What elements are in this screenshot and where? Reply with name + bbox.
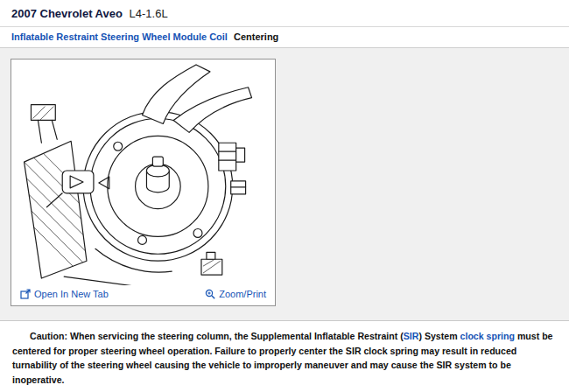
coil-wire-lead <box>173 88 251 133</box>
caution-paragraph: Caution: When servicing the steering col… <box>0 321 569 392</box>
clockspring-diagram <box>11 60 273 285</box>
breadcrumb-current: Centering <box>234 32 278 42</box>
magnifier-icon <box>205 289 215 299</box>
housing-edge <box>64 276 140 285</box>
column-housing <box>25 141 87 278</box>
clock-spring-link[interactable]: clock spring <box>460 331 515 341</box>
module-coil-link[interactable]: Inflatable Restraint Steering Wheel Modu… <box>11 32 228 42</box>
connector-bottom-tab <box>207 252 215 259</box>
figure-actions: Open In New Tab Zoom/Print <box>11 285 275 305</box>
open-in-new-tab-link[interactable]: Open In New Tab <box>20 289 109 299</box>
content-area: Open In New Tab Zoom/Print <box>0 48 569 320</box>
screw-head <box>114 142 123 150</box>
open-in-new-tab-icon <box>20 289 31 299</box>
connector-upper-tab <box>236 148 245 162</box>
caution-text: When servicing the steering column, the … <box>67 331 404 341</box>
zoom-print-link[interactable]: Zoom/Print <box>205 289 266 299</box>
screw-head <box>138 235 147 244</box>
page: 2007 Chevrolet Aveo L4-1.6L Inflatable R… <box>0 0 569 392</box>
caution-text: ) System <box>418 331 460 341</box>
sir-link[interactable]: SIR <box>404 331 419 341</box>
diagram-frame: Open In New Tab Zoom/Print <box>11 59 276 306</box>
zoom-print-label: Zoom/Print <box>219 289 266 299</box>
engine-spec: L4-1.6L <box>130 7 168 20</box>
clockspring-line-art <box>11 60 273 285</box>
vehicle-header: 2007 Chevrolet Aveo L4-1.6L <box>0 0 569 27</box>
upper-bracket <box>31 105 55 121</box>
breadcrumb: Inflatable Restraint Steering Wheel Modu… <box>0 27 569 48</box>
connector-upper <box>219 143 236 171</box>
caution-note: Caution: When servicing the steering col… <box>0 320 569 392</box>
vehicle-title: 2007 Chevrolet Aveo <box>11 7 123 20</box>
alignment-plate <box>62 171 94 193</box>
open-in-new-tab-label: Open In New Tab <box>34 289 109 299</box>
screw-head <box>193 229 202 238</box>
caution-label: Caution: <box>30 331 67 341</box>
hub-tab <box>152 157 163 166</box>
